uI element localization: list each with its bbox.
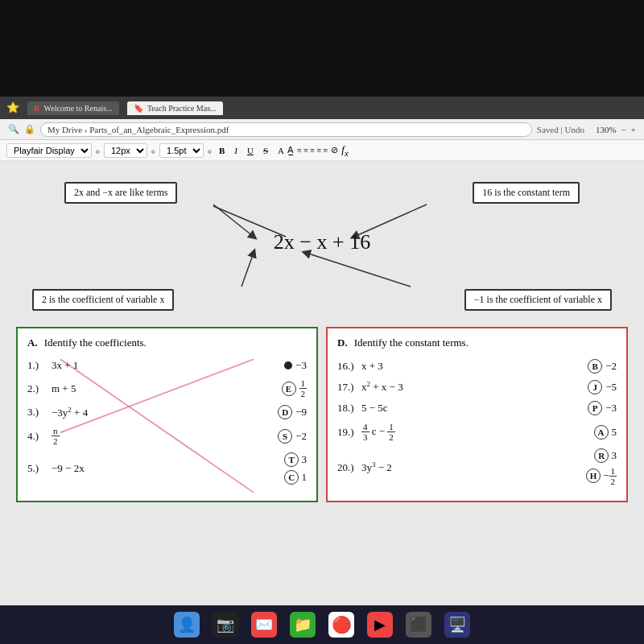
taskbar-screen-icon[interactable]: 🖥️: [444, 612, 470, 638]
svg-line-3: [242, 253, 254, 287]
section-a-title: Identify the coefficients.: [44, 336, 147, 354]
circle-S: S: [278, 429, 292, 444]
taskbar-files-icon[interactable]: ⬛: [406, 612, 431, 638]
tab-teach[interactable]: 🔖 Teach Practice Mas...: [127, 101, 223, 115]
browser-tabs: ⭐ R Welcome to Renais... 🔖 Teach Practic…: [0, 97, 644, 119]
formatting-toolbar: Playfair Display ⬦ 12px ⬦ 1.5pt ⬦ B I U …: [0, 140, 644, 161]
coeff-neg1-box: −1 is the coefficient of variable x: [464, 289, 612, 311]
circle-E: E: [282, 382, 296, 396]
top-black-bar: [0, 0, 644, 97]
section-a-item-3: 3.) −3y2 + 4 D −9: [27, 405, 307, 419]
line-height-select[interactable]: 1.5pt: [159, 143, 204, 158]
underline-button[interactable]: U: [244, 145, 257, 156]
strikethrough-button[interactable]: S: [260, 145, 271, 156]
like-terms-box: 2x and −x are like terms: [64, 182, 177, 204]
section-d-letter: D.: [337, 336, 348, 349]
taskbar-folder-icon[interactable]: 📁: [290, 612, 316, 638]
taskbar-youtube-icon[interactable]: ▶: [367, 612, 393, 638]
constant-term-box: 16 is the constant term: [473, 182, 580, 204]
main-content-area: 2x and −x are like terms 16 is the const…: [0, 161, 644, 612]
svg-line-4: [306, 253, 411, 287]
section-a-item-5: 5.) −9 − 2x T 3 C 1: [27, 452, 307, 485]
circle-B: B: [588, 359, 602, 374]
section-d-item-18: 18.) 5 − 5c P −3: [337, 401, 617, 415]
address-bar: 🔍 🔒 My Drive › Parts_of_an_Algebraic_Exp…: [0, 119, 644, 140]
italic-button[interactable]: I: [231, 145, 241, 156]
main-expression: 2x − x + 16: [274, 230, 370, 254]
coeff2-box: 2 is the coefficient of variable x: [32, 289, 174, 311]
taskbar-mail-icon[interactable]: ✉️: [251, 612, 277, 638]
circle-D: D: [278, 405, 292, 419]
section-a-item-4: 4.) n2 S −2: [27, 426, 307, 446]
section-a-item-1: 1.) 3x + 1 −3: [27, 359, 307, 372]
circle-C: C: [284, 470, 299, 485]
practice-sections: A. Identify the coefficients. 1.) 3x + 1…: [16, 327, 628, 502]
taskbar-person-icon[interactable]: 👤: [174, 612, 200, 638]
bold-button[interactable]: B: [216, 145, 228, 156]
circle-P: P: [588, 401, 602, 415]
taskbar: 👤 📷 ✉️ 📁 🔴 ▶ ⬛ 🖥️: [0, 605, 644, 644]
dot-icon: [284, 361, 292, 369]
circle-R: R: [594, 448, 609, 463]
tab-welcome[interactable]: R Welcome to Renais...: [27, 101, 119, 115]
taskbar-chrome-icon[interactable]: 🔴: [328, 612, 354, 638]
section-a-letter: A.: [27, 336, 38, 349]
circle-A: A: [594, 425, 609, 440]
circle-H: H: [586, 469, 601, 483]
section-d-title: Identify the constant terms.: [354, 336, 469, 354]
circle-J: J: [588, 380, 602, 394]
section-d-box: D. Identify the constant terms. 16.) x +…: [326, 327, 628, 502]
svg-line-0: [213, 204, 254, 237]
section-a-item-2: 2.) m + 5 E 12: [27, 378, 307, 398]
zoom-level: 130%: [596, 125, 617, 134]
font-size-select[interactable]: 12px: [104, 143, 147, 158]
circle-T: T: [284, 452, 299, 467]
lock-icon: 🔒: [24, 124, 35, 134]
search-icon: 🔍: [8, 124, 19, 134]
section-d-item-16: 16.) x + 3 B −2: [337, 359, 617, 374]
section-a-box: A. Identify the coefficients. 1.) 3x + 1…: [16, 327, 318, 502]
address-field[interactable]: My Drive › Parts_of_an_Algebraic_Express…: [40, 122, 532, 137]
section-d-item-17: 17.) x2 + x − 3 J −5: [337, 380, 617, 394]
font-family-select[interactable]: Playfair Display: [6, 143, 92, 158]
expression-diagram: 2x and −x are like terms 16 is the const…: [16, 174, 628, 319]
section-d-item-20: 20.) 3y3 − 2 R 3 H −12: [337, 448, 617, 486]
saved-status: Saved | Undo: [537, 125, 584, 134]
taskbar-camera-icon[interactable]: 📷: [213, 612, 238, 638]
section-d-item-19: 19.) 43 c − 12 A 5: [337, 422, 617, 442]
